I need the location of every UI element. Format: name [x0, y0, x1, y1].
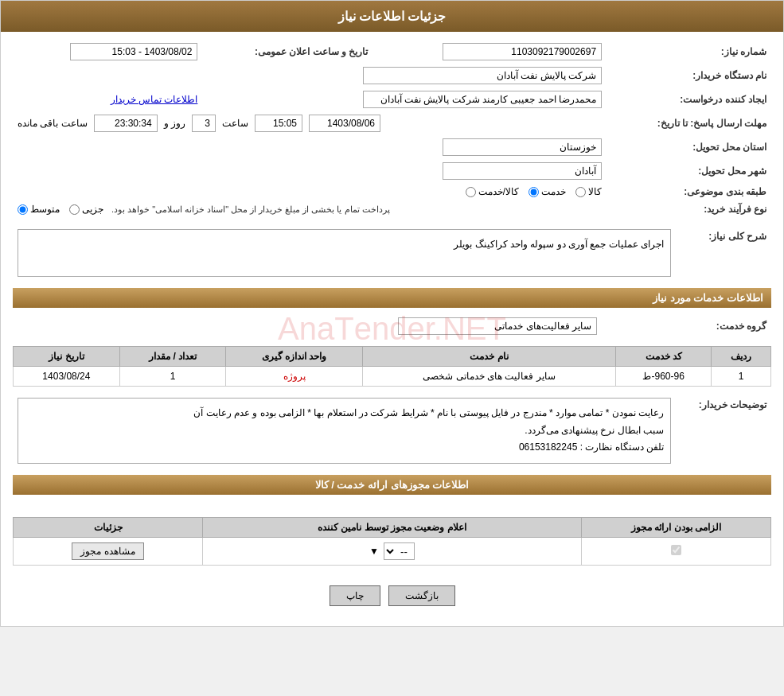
category-label: طبقه بندی موضوعی: — [607, 183, 771, 200]
buyer-notes-table: توضیحات خریدار: رعایت نمودن * تمامی موار… — [13, 395, 771, 467]
category-khedmat-radio[interactable]: خدمت — [529, 186, 566, 197]
row-number: 1 — [712, 367, 771, 387]
purchase-type-note: پرداخت تمام یا بخشی از مبلغ خریدار از مح… — [111, 204, 390, 215]
col-code: کد خدمت — [615, 347, 711, 367]
view-permit-button[interactable]: مشاهده مجوز — [72, 542, 143, 560]
main-info-table: شماره نیاز: 1103092179002697 تاریخ و ساع… — [13, 40, 771, 218]
col-status: اعلام وضعیت مجوز توسط نامین کننده — [203, 517, 582, 537]
back-button[interactable]: بازگشت — [388, 585, 455, 606]
category-kala-khedmat-radio[interactable]: کالا/خدمت — [466, 186, 519, 197]
deadline-remaining-label: ساعت باقی مانده — [18, 118, 88, 129]
col-details: جزئیات — [14, 517, 203, 537]
province-label: استان محل تحویل: — [607, 135, 771, 159]
services-table: ردیف کد خدمت نام خدمت واحد اندازه گیری ت… — [13, 346, 771, 387]
contact-link[interactable]: اطلاعات تماس خریدار — [111, 94, 198, 105]
col-quantity: تعداد / مقدار — [119, 347, 226, 367]
col-unit: واحد اندازه گیری — [226, 347, 362, 367]
permits-row: -- ▼ مشاهده مجوز — [14, 537, 771, 565]
deadline-day-label: روز و — [164, 118, 185, 129]
permit-details-cell: مشاهده مجوز — [14, 537, 203, 565]
row-unit: پروژه — [226, 367, 362, 387]
purchase-type-label: نوع فرآیند خرید: — [607, 200, 771, 218]
need-number-value: 1103092179002697 — [372, 40, 607, 64]
row-quantity: 1 — [119, 367, 226, 387]
bottom-buttons: بازگشت چاپ — [13, 574, 771, 618]
service-group-label: گروه خدمت: — [602, 314, 771, 338]
page-title: جزئیات اطلاعات نیاز — [1, 1, 783, 32]
announcement-label: تاریخ و ساعت اعلان عمومی: — [202, 40, 372, 64]
general-description-value: اجرای عملیات جمع آوری دو سپوله واحد کراک… — [18, 229, 671, 277]
service-group-value: سایر فعالیت‌های خدماتی — [13, 314, 602, 338]
purchase-type-jozi-radio[interactable]: جزیی — [69, 204, 103, 215]
province-value: خوزستان — [13, 135, 607, 159]
purchase-type-motevasset-radio[interactable]: متوسط — [18, 204, 60, 215]
row-code: 960-96-ط — [615, 367, 711, 387]
general-description-label: شرح کلی نیاز: — [676, 226, 771, 280]
service-group-table: گروه خدمت: سایر فعالیت‌های خدماتی — [13, 314, 771, 338]
deadline-row: ساعت باقی مانده 23:30:34 روز و 3 ساعت 15… — [13, 111, 607, 135]
col-name: نام خدمت — [362, 347, 615, 367]
row-date: 1403/08/24 — [14, 367, 120, 387]
purchase-type-row: جزیی متوسط پرداخت تمام یا بخشی از مبلغ خ… — [13, 200, 607, 218]
services-section-header: اطلاعات خدمات مورد نیاز — [13, 288, 771, 308]
category-options: کالا خدمت کالا/خدمت — [13, 183, 607, 200]
col-required: الزامی بودن ارائه مجوز — [582, 517, 771, 537]
permits-section-header: اطلاعات مجوزهای ارائه خدمت / کالا — [13, 475, 771, 495]
city-value: آبادان — [13, 159, 607, 183]
row-service-name: سایر فعالیت های خدماتی شخصی — [362, 367, 615, 387]
city-label: شهر محل تحویل: — [607, 159, 771, 183]
permits-table: الزامی بودن ارائه مجوز اعلام وضعیت مجوز … — [13, 517, 771, 566]
need-number-label: شماره نیاز: — [607, 40, 771, 64]
buyer-name-value: شرکت پالایش نفت آبادان — [13, 64, 607, 87]
permit-status-select[interactable]: -- — [384, 542, 415, 560]
creator-value: محمدرضا احمد جعیبی کارمند شرکت پالایش نف… — [202, 87, 607, 111]
deadline-time-label: ساعت — [222, 118, 248, 129]
deadline-label: مهلت ارسال پاسخ: تا تاریخ: — [607, 111, 771, 135]
contact-link-cell: اطلاعات تماس خریدار — [13, 87, 202, 111]
buyer-notes-label: توضیحات خریدار: — [676, 395, 771, 467]
category-kala-radio[interactable]: کالا — [575, 186, 602, 197]
creator-label: ایجاد کننده درخواست: — [607, 87, 771, 111]
general-description-cell: اجرای عملیات جمع آوری دو سپوله واحد کراک… — [13, 226, 676, 280]
buyer-name-label: نام دستگاه خریدار: — [607, 64, 771, 87]
permit-status-cell: -- ▼ — [203, 537, 582, 565]
permit-required-checkbox — [582, 537, 771, 565]
table-row: 1 960-96-ط سایر فعالیت های خدماتی شخصی پ… — [14, 367, 771, 387]
buyer-notes-cell: رعایت نمودن * تمامی موارد * مندرج در فای… — [13, 395, 676, 467]
col-date: تاریخ نیاز — [14, 347, 120, 367]
print-button[interactable]: چاپ — [330, 585, 380, 606]
buyer-notes-content: رعایت نمودن * تمامی موارد * مندرج در فای… — [18, 398, 671, 464]
announcement-value: 1403/08/02 - 15:03 — [13, 40, 202, 64]
description-table: شرح کلی نیاز: اجرای عملیات جمع آوری دو س… — [13, 226, 771, 280]
col-row: ردیف — [712, 347, 771, 367]
chevron-down-icon: ▼ — [369, 546, 379, 557]
